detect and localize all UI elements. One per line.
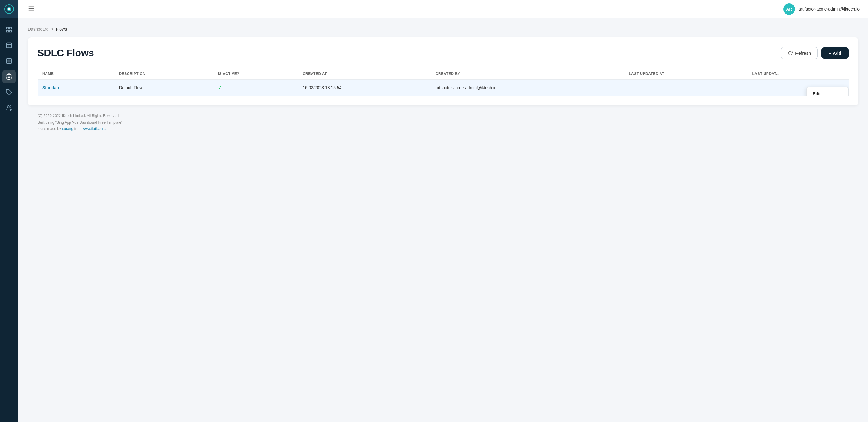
avatar: AR xyxy=(783,3,795,15)
breadcrumb-current: Flows xyxy=(56,27,67,31)
user-email: artifactor-acme-admin@iktech.io xyxy=(799,7,860,11)
app-logo xyxy=(0,0,18,18)
svg-rect-6 xyxy=(10,30,11,32)
header-right: AR artifactor-acme-admin@iktech.io xyxy=(783,3,860,15)
context-menu: Edit 1 Deactivate 2 xyxy=(806,87,849,96)
cell-description: Default Flow xyxy=(114,79,213,96)
cell-name: Standard xyxy=(37,79,114,96)
svg-point-2 xyxy=(8,8,10,10)
sidebar-nav xyxy=(0,18,18,120)
svg-rect-3 xyxy=(7,27,8,29)
table-body: Standard Default Flow ✓ 16/03/2023 13:15… xyxy=(37,79,849,96)
active-check-icon: ✓ xyxy=(218,85,222,91)
svg-rect-5 xyxy=(7,30,8,32)
sidebar-item-grid[interactable] xyxy=(2,23,16,36)
breadcrumb-parent[interactable]: Dashboard xyxy=(28,27,49,31)
col-description: DESCRIPTION xyxy=(114,69,213,79)
refresh-icon xyxy=(788,51,793,56)
svg-rect-8 xyxy=(7,59,12,64)
hamburger-button[interactable] xyxy=(27,4,36,14)
page-title: SDLC Flows xyxy=(37,47,94,59)
table-row: Standard Default Flow ✓ 16/03/2023 13:15… xyxy=(37,79,849,96)
col-last-updated-by: LAST UPDAT... xyxy=(747,69,849,79)
breadcrumb-separator: > xyxy=(51,27,54,31)
cell-created-at: 16/03/2023 13:15:54 xyxy=(298,79,431,96)
footer: (C) 2020-2022 IKtech Limited. All Rights… xyxy=(28,105,858,140)
col-last-updated-at: LAST UPDATED AT xyxy=(624,69,747,79)
col-name: NAME xyxy=(37,69,114,79)
card-header: SDLC Flows Refresh + Add xyxy=(37,47,849,59)
content-area: Dashboard > Flows SDLC Flows Refresh xyxy=(18,18,868,422)
footer-icons-source[interactable]: www.flaticon.com xyxy=(83,127,111,131)
header-left xyxy=(27,4,36,14)
cell-is-active: ✓ xyxy=(213,79,298,96)
svg-point-9 xyxy=(8,76,10,78)
sidebar-item-settings[interactable] xyxy=(2,70,16,84)
context-menu-wrapper: Edit 1 Deactivate 2 xyxy=(806,87,849,96)
card-actions: Refresh + Add xyxy=(781,47,849,59)
context-menu-edit[interactable]: Edit 1 xyxy=(807,87,848,96)
footer-icons-prefix: Icons made by xyxy=(37,127,62,131)
header: AR artifactor-acme-admin@iktech.io xyxy=(18,0,868,18)
footer-icons-middle: from xyxy=(73,127,83,131)
add-button[interactable]: + Add xyxy=(822,47,849,59)
footer-built-using: Built using "Sing App Vue Dashboard Free… xyxy=(37,120,849,126)
add-label: + Add xyxy=(829,51,841,56)
sidebar xyxy=(0,0,18,422)
footer-icons-author[interactable]: surang xyxy=(62,127,73,131)
main-container: AR artifactor-acme-admin@iktech.io Dashb… xyxy=(18,0,868,422)
col-is-active: IS ACTIVE? xyxy=(213,69,298,79)
sidebar-item-chart[interactable] xyxy=(2,39,16,52)
sidebar-item-users[interactable] xyxy=(2,102,16,115)
sidebar-item-tag[interactable] xyxy=(2,86,16,99)
refresh-button[interactable]: Refresh xyxy=(781,47,818,59)
breadcrumb: Dashboard > Flows xyxy=(28,27,858,31)
edit-label: Edit xyxy=(813,91,820,96)
col-created-at: CREATED AT xyxy=(298,69,431,79)
flows-table: NAME DESCRIPTION IS ACTIVE? CREATED AT C… xyxy=(37,69,849,96)
main-card: SDLC Flows Refresh + Add xyxy=(28,37,858,105)
table-wrapper: NAME DESCRIPTION IS ACTIVE? CREATED AT C… xyxy=(37,69,849,96)
svg-point-11 xyxy=(7,106,9,108)
refresh-label: Refresh xyxy=(795,51,811,56)
svg-rect-7 xyxy=(7,43,12,48)
table-head: NAME DESCRIPTION IS ACTIVE? CREATED AT C… xyxy=(37,69,849,79)
cell-last-updated-at xyxy=(624,79,747,96)
svg-rect-4 xyxy=(10,27,11,29)
sidebar-item-table[interactable] xyxy=(2,55,16,68)
flow-name-link[interactable]: Standard xyxy=(42,85,61,90)
col-created-by: CREATED BY xyxy=(431,69,624,79)
table-header-row: NAME DESCRIPTION IS ACTIVE? CREATED AT C… xyxy=(37,69,849,79)
footer-icons: Icons made by surang from www.flaticon.c… xyxy=(37,126,849,132)
cell-created-by: artifactor-acme-admin@iktech.io xyxy=(431,79,624,96)
footer-copyright: (C) 2020-2022 IKtech Limited. All Rights… xyxy=(37,113,849,120)
